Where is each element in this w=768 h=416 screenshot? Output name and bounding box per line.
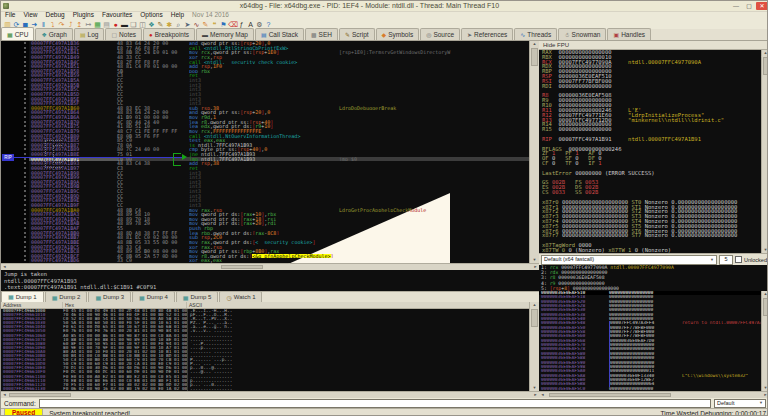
tab-label: Call Stack	[269, 31, 298, 38]
menu-favourites[interactable]: Favourites	[98, 11, 136, 19]
tab-label: Handles	[621, 31, 645, 38]
close-button[interactable]: ✕	[756, 2, 768, 10]
tab-label: Snowman	[572, 31, 601, 38]
notes-icon: ▢	[111, 31, 117, 38]
dump-tab-dump-2[interactable]: ▦Dump 2	[45, 291, 88, 302]
chevron-down-icon: ▼	[759, 400, 763, 407]
tab-log[interactable]: ▤Log	[74, 28, 105, 40]
dump-hscrollbar[interactable]: ◄►	[1, 391, 539, 398]
dump-tab-label: Dump 1	[16, 294, 37, 300]
log-icon: ▤	[80, 31, 86, 38]
window-title: x64dbg - File: x64dbg.exe - PID: 1EF4 - …	[9, 1, 730, 11]
threads-icon: ∿	[520, 31, 525, 38]
tab-script[interactable]: ✎Script	[339, 28, 375, 40]
token: 0000000000000000	[559, 84, 612, 89]
command-script-value: Default	[717, 400, 734, 407]
menu-view[interactable]: View	[19, 11, 41, 19]
tab-label: Threads	[527, 31, 551, 38]
tab-label: Memory Map	[210, 31, 248, 38]
command-input[interactable]	[39, 399, 711, 408]
time-wasted-counter: Time Wasted Debugging: 0:00:00:17	[661, 410, 766, 416]
tab-threads[interactable]: ∿Threads	[514, 28, 557, 40]
dump-tab-label: Dump 4	[147, 294, 168, 300]
minimize-button[interactable]: —	[730, 2, 742, 10]
menu-file[interactable]: File	[1, 11, 19, 19]
command-label: Command:	[4, 400, 36, 407]
status-bar: Paused System breakpoint reached! Time W…	[1, 408, 768, 416]
status-badge: Paused	[4, 408, 43, 416]
tab-graph[interactable]: ❖Graph	[35, 28, 72, 40]
tab-label: Log	[88, 31, 99, 38]
menu-help[interactable]: Help	[167, 11, 188, 19]
tab-references[interactable]: ➤References	[461, 28, 513, 40]
memory-map-icon: ▬	[202, 32, 208, 38]
x64dbg-window: x64dbg - File: x64dbg.exe - PID: 1EF4 - …	[0, 0, 768, 416]
dump-scrollbar[interactable]: ▲▼	[529, 302, 539, 391]
tab-label: Breakpoints	[155, 31, 189, 38]
cpu-icon: ▦	[7, 31, 13, 38]
dump-header-address: Address	[1, 302, 63, 308]
graph-icon: ❖	[41, 31, 46, 38]
tab-label: Notes	[119, 31, 136, 38]
view-tab-bar: ▦CPU❖Graph▤Log▢Notes●Breakpoints▬Memory …	[1, 29, 768, 41]
token: RIP	[542, 137, 559, 142]
tab-breakpoints[interactable]: ●Breakpoints	[143, 28, 195, 40]
source-icon: ◎	[426, 31, 431, 38]
symbols-icon: ◆	[382, 31, 387, 38]
tab-handles[interactable]: ▣Handles	[607, 28, 651, 40]
tab-snowman[interactable]: ☃Snowman	[558, 28, 606, 40]
script-icon: ✎	[345, 31, 350, 38]
tab-memory-map[interactable]: ▬Memory Map	[196, 28, 254, 40]
tab-call-stack[interactable]: ▤Call Stack	[255, 28, 304, 40]
jump-arrow-taken	[173, 153, 181, 166]
stack-scrollbar[interactable]: ▲▼	[761, 291, 768, 391]
dump-tab-dump-1[interactable]: ▦Dump 1	[1, 291, 44, 302]
rip-line	[14, 157, 182, 158]
rip-arrow-icon	[182, 154, 187, 160]
tab-label: Symbols	[388, 31, 413, 38]
dump-tab-icon: ▦	[52, 294, 58, 301]
dump-tab-icon: ▦	[139, 294, 145, 301]
dump-tab-dump-3[interactable]: ▦Dump 3	[88, 291, 131, 302]
token	[612, 60, 629, 65]
seh-icon: ▩	[311, 31, 317, 38]
dump-tab-icon: ▦	[8, 293, 14, 300]
dump-tab-icon: ▦	[95, 294, 101, 301]
stack-hscrollbar[interactable]: ◄►	[539, 391, 768, 398]
tab-label: CPU	[15, 31, 29, 38]
tab-notes[interactable]: ▢Notes	[105, 28, 142, 40]
command-bar: Command: Default ▼	[1, 398, 768, 408]
tab-cpu[interactable]: ▦CPU	[1, 27, 34, 40]
tab-label: Script	[352, 31, 369, 38]
maximize-button[interactable]: ▢	[743, 2, 755, 10]
window-controls: —▢✕	[730, 2, 768, 10]
dump-tab-icon: ▦	[183, 294, 189, 301]
command-script-combo[interactable]: Default ▼	[714, 399, 766, 408]
tab-label: References	[474, 31, 507, 38]
status-message: System breakpoint reached!	[49, 410, 130, 416]
dump-tab-label: Dump 3	[103, 294, 124, 300]
handles-icon: ▣	[613, 31, 619, 38]
snowman-icon: ☃	[564, 31, 569, 38]
tab-label: SEH	[319, 31, 332, 38]
rip-badge: RIP	[2, 154, 14, 161]
workspace: 00007FFC497A1B3648 83 64 24 20 00and qwo…	[1, 41, 768, 398]
menu-debug[interactable]: Debug	[41, 11, 68, 19]
registers-header[interactable]: Hide FPU	[539, 41, 768, 50]
build-date: Nov 14 2016	[188, 11, 233, 19]
tab-seh[interactable]: ▩SEH	[305, 28, 338, 40]
breakpoints-icon: ●	[149, 32, 153, 38]
dump-tab-dump-4[interactable]: ▦Dump 4	[132, 291, 175, 302]
dump-tab-label: Dump 2	[59, 294, 80, 300]
jump-arrow-outline	[53, 145, 62, 163]
token: R15	[542, 127, 559, 132]
menu-plugins[interactable]: Plugins	[69, 11, 98, 19]
tab-source[interactable]: ◎Source	[420, 28, 460, 40]
call-stack-icon: ▤	[261, 31, 267, 38]
tab-label: Graph	[49, 31, 67, 38]
tab-symbols[interactable]: ◆Symbols	[376, 28, 420, 40]
token: RDI	[542, 84, 559, 89]
menu-options[interactable]: Options	[136, 11, 166, 19]
tab-label: Source	[433, 31, 454, 38]
registers-scrollbar[interactable]: ▲▼	[761, 50, 768, 253]
